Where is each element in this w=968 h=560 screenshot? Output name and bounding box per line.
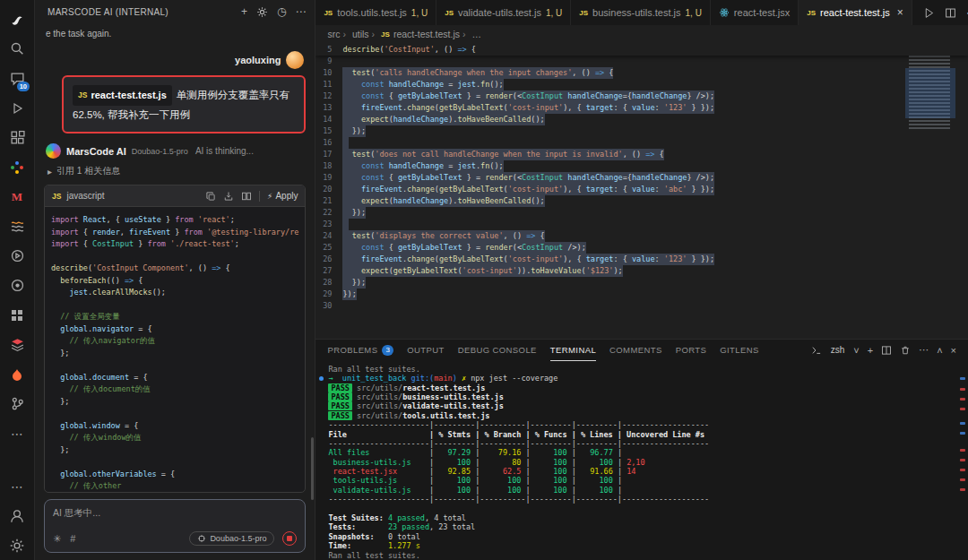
extensions-icon[interactable] [0, 123, 34, 152]
tab-badge: 1, U [686, 8, 702, 18]
record-icon[interactable] [0, 271, 34, 300]
assistant-header: MarsCode AI Doubao-1.5-pro AI is thinkin… [46, 143, 306, 159]
search-icon[interactable] [0, 34, 34, 64]
chat-input-box[interactable]: AI 思考中... ✳ # Doubao-1.5-pro [44, 499, 306, 553]
sidebar-scrollbar[interactable] [311, 437, 314, 500]
apply-button[interactable]: ⚡ Apply [267, 191, 298, 201]
code-line: PASS src/utils/validate-utils.test.js [328, 401, 968, 410]
tab-gitlens[interactable]: GITLENS [720, 340, 758, 361]
chat-scroll-area[interactable]: e the task again. yaoluxing JSreact-test… [35, 23, 315, 560]
tab-react-test-test-js[interactable]: JS react-test.test.js × [799, 0, 912, 25]
tab-output[interactable]: OUTPUT [407, 340, 444, 361]
settings-gear-icon[interactable] [0, 530, 34, 560]
shell-name[interactable]: zsh [831, 345, 845, 355]
tab-validate-utils-test[interactable]: JS validate-utils.test.js 1, U [436, 0, 571, 25]
marscode-m-icon[interactable]: M [0, 182, 34, 211]
panel-tab-label: PORTS [676, 345, 707, 355]
breadcrumb-utils[interactable]: utils [342, 29, 368, 39]
history-icon[interactable]: ◷ [277, 5, 286, 18]
new-chat-icon[interactable]: + [241, 5, 247, 18]
terminal[interactable]: Ran all test suites.→ unit_test_back git… [315, 361, 968, 560]
user-message-text: JSreact-test.test.js单测用例分支覆盖率只有62.5%, 帮我… [73, 85, 295, 124]
kill-terminal-icon[interactable] [900, 345, 911, 356]
reference-toggle[interactable]: ▸ 引用 1 相关信息 [48, 165, 306, 177]
tab-business-utils-test[interactable]: JS business-utils.test.js 1, U [571, 0, 711, 25]
account-icon[interactable] [0, 501, 34, 530]
editor-actions: ⋯ [912, 0, 968, 25]
reference-label: 引用 1 相关信息 [56, 165, 120, 177]
maximize-panel-icon[interactable]: ˄ [937, 345, 942, 356]
line-number: 22 [315, 207, 342, 219]
more-tools-icon[interactable]: ⋯ [0, 418, 34, 448]
sparkle-icon[interactable]: ✳ [53, 533, 61, 545]
line-number: 23 [315, 219, 342, 230]
tab-label: tools.utils.test.js [337, 7, 407, 18]
line-number: 29 [315, 289, 342, 300]
tab-tools-utils-test[interactable]: JS tools.utils.test.js 1, U [315, 0, 436, 25]
tab-badge: 1, U [546, 8, 562, 18]
waves-icon[interactable] [0, 211, 34, 241]
tab-comments[interactable]: COMMENTS [609, 340, 662, 361]
run-circle-icon[interactable] [0, 241, 34, 271]
file-chip-name: react-test.test.js [91, 87, 166, 104]
tab-react-test-jsx[interactable]: react-test.jsx [711, 0, 799, 25]
code-line: 19 const { getByLabelText } = render(<Co… [315, 172, 968, 184]
diff-view-icon[interactable] [241, 191, 252, 202]
code-line: All files | 97.29 | 79.16 | 100 | 96.77 … [328, 448, 968, 457]
source-control-icon[interactable] [0, 389, 34, 418]
breadcrumb-file[interactable]: JSreact-test.test.js [372, 29, 460, 39]
overflow-icon[interactable]: ⋯ [0, 471, 34, 501]
marscode-logo-icon [0, 4, 34, 34]
user-message-header: yaoluxing [44, 51, 304, 69]
code-lines[interactable]: 910 test('calls handleChange when the in… [315, 56, 968, 312]
close-tab-icon[interactable]: × [897, 6, 903, 19]
chat-settings-icon[interactable] [256, 6, 268, 18]
code-line: 13 fireEvent.change(getByLabelText('cost… [315, 102, 968, 114]
tab-debug-console[interactable]: DEBUG CONSOLE [458, 340, 537, 361]
user-message[interactable]: JSreact-test.test.js单测用例分支覆盖率只有62.5%, 帮我… [62, 75, 306, 134]
split-editor-icon[interactable] [945, 7, 956, 19]
new-terminal-icon[interactable]: + [868, 345, 873, 356]
line-number: 20 [315, 184, 342, 195]
chat-notifications-icon[interactable]: 10 [0, 64, 34, 93]
tab-ports[interactable]: PORTS [676, 340, 707, 361]
chat-code-block: JS javascript ⚡ [44, 185, 306, 493]
js-icon: JS [381, 30, 390, 39]
previous-message-tail: e the task again. [46, 29, 306, 39]
insert-into-editor-icon[interactable] [223, 191, 234, 202]
model-selector[interactable]: Doubao-1.5-pro [189, 531, 274, 546]
split-terminal-icon[interactable] [881, 345, 892, 356]
copy-icon[interactable] [205, 191, 216, 202]
grid-icon[interactable] [0, 300, 34, 330]
code-line: 30 [315, 300, 968, 312]
code-editor[interactable]: 5describe('CostInput', () => { 910 test(… [315, 43, 968, 339]
notification-badge: 10 [17, 82, 30, 92]
code-line: 23 [315, 219, 968, 230]
chip-icon [197, 534, 206, 543]
tab-terminal[interactable]: TERMINAL [550, 340, 596, 361]
bottom-panel: PROBLEMS 3 OUTPUT DEBUG CONSOLE TERMINAL… [315, 339, 968, 560]
chevron-down-icon[interactable]: ˅ [853, 345, 859, 356]
run-tests-icon[interactable] [923, 7, 935, 19]
run-debug-icon[interactable] [0, 93, 34, 123]
sticky-scroll-line[interactable]: 5describe('CostInput', () => { [315, 43, 968, 56]
breadcrumb-src[interactable]: src [327, 29, 340, 39]
line-number: 10 [315, 67, 342, 79]
file-chip[interactable]: JSreact-test.test.js [73, 85, 172, 106]
tab-problems[interactable]: PROBLEMS 3 [327, 340, 393, 361]
code-line: Ran all test suites. [328, 365, 968, 374]
panel-more-icon[interactable]: ⋯ [919, 344, 929, 356]
code-line: 5describe('CostInput', () => { [315, 43, 968, 56]
close-panel-icon[interactable]: × [951, 345, 956, 356]
hash-icon[interactable]: # [70, 533, 75, 544]
code-line: jest.clearAllMocks(); [51, 287, 298, 299]
ai-assistant-icon[interactable] [0, 152, 34, 182]
sidebar-more-icon[interactable]: ⋯ [295, 5, 306, 18]
problems-badge: 3 [382, 345, 393, 356]
layers-icon[interactable] [0, 330, 34, 359]
breadcrumb-symbol[interactable]: … [462, 29, 481, 39]
panel-tab-label: COMMENTS [609, 345, 662, 355]
flame-icon[interactable] [0, 359, 34, 389]
stop-generation-button[interactable] [282, 531, 297, 546]
chat-code-lines[interactable]: import React, { useState } from 'react';… [45, 207, 305, 492]
